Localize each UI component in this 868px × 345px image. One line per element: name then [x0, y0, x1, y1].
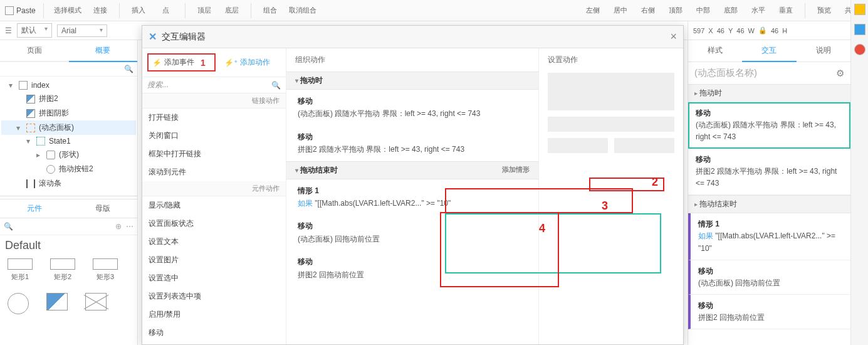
panel-icon — [26, 124, 35, 132]
shape-image[interactable] — [46, 293, 68, 314]
act-open-link[interactable]: 打开链接 — [142, 109, 286, 127]
search-input[interactable] — [4, 65, 124, 73]
lock-icon[interactable]: 🔒 — [758, 26, 767, 34]
r-sect-drag[interactable]: 拖动时 — [688, 84, 850, 102]
add-case-button[interactable]: 添加情形 — [502, 165, 530, 174]
mid-sect-dragend[interactable]: 拖动结束时 添加情形 — [286, 161, 538, 179]
tb-align-left[interactable]: 左侧 — [582, 4, 604, 16]
tb-point[interactable]: 点 — [155, 4, 177, 16]
tab-outline[interactable]: 概要 — [69, 40, 138, 62]
app-logo-icon: ✕ — [149, 31, 157, 43]
mid-action-2[interactable]: 移动 拼图2 跟随水平拖动 界限：left >= 43, right <= 74… — [286, 125, 538, 161]
r-action-2[interactable]: 移动 拼图2 跟随水平拖动 界限：left >= 43, right <= 74… — [688, 149, 850, 196]
mid-sect-drag[interactable]: 拖动时 — [286, 72, 538, 90]
tb-top[interactable]: 顶层 — [193, 4, 216, 16]
act-set-text[interactable]: 设置文本 — [142, 233, 286, 251]
tab-interaction[interactable]: 交互 — [742, 40, 796, 62]
shape-rect1[interactable]: 矩形1 — [8, 258, 33, 282]
tb-align-top[interactable]: 顶部 — [664, 4, 687, 16]
act-set-list[interactable]: 设置列表选中项 — [142, 287, 286, 305]
settings-icon[interactable]: ⚙ — [836, 68, 844, 79]
style-select[interactable]: 默认 — [17, 23, 52, 38]
tb-align-middle[interactable]: 中部 — [692, 4, 714, 16]
tab-page[interactable]: 页面 — [0, 40, 69, 61]
config-placeholder — [548, 117, 674, 132]
tb-dist-v[interactable]: 垂直 — [775, 4, 797, 16]
tb-group[interactable]: 组合 — [259, 4, 281, 16]
dialog-left: ⚡ 添加事件 1 ⚡⁺ 添加动作 搜索... 🔍 链接动作 打开链接 关闭窗口 … — [142, 48, 286, 344]
tb-preview[interactable]: 预览 — [813, 4, 835, 16]
act-open-in-frame[interactable]: 框架中打开链接 — [142, 145, 286, 163]
tb-insert[interactable]: 插入 — [127, 4, 150, 16]
dock-icon-3[interactable] — [854, 44, 865, 55]
r-action-4[interactable]: 移动 拼图2 回拖动前位置 — [688, 295, 850, 329]
tb-dist-h[interactable]: 水平 — [747, 4, 770, 16]
tab-widgets[interactable]: 元件 — [0, 199, 69, 218]
act-set-selected[interactable]: 设置选中 — [142, 269, 286, 287]
tree-panel[interactable]: ▾(动态面板) — [1, 120, 136, 135]
act-move[interactable]: 移动 — [142, 324, 286, 342]
mid-action-1[interactable]: 移动 (动态面板) 跟随水平拖动 界限：left >= 43, right <=… — [286, 90, 538, 125]
tree-index[interactable]: ▾index — [1, 79, 136, 92]
tab-style[interactable]: 样式 — [688, 40, 742, 61]
state-icon — [36, 137, 45, 146]
right-heading: 设置动作 — [548, 55, 674, 73]
tb-select-mode[interactable]: 选择模式 — [51, 4, 84, 16]
lightning-plus-icon: ⚡⁺ — [224, 58, 238, 67]
config-placeholder — [548, 138, 608, 153]
act-panel-state[interactable]: 设置面板状态 — [142, 215, 286, 233]
tb-align-bot[interactable]: 底部 — [719, 4, 742, 16]
coord-x[interactable]: 597 — [693, 27, 704, 34]
group-widget: 元件动作 — [142, 181, 286, 196]
dock-icon-2[interactable] — [854, 24, 865, 35]
coord-h[interactable]: 46 — [771, 27, 778, 34]
act-show-hide[interactable]: 显示/隐藏 — [142, 196, 286, 215]
mid-action-3[interactable]: 移动 (动态面板) 回拖动前位置 — [286, 215, 538, 250]
act-set-image[interactable]: 设置图片 — [142, 251, 286, 269]
top-toolbar: Paste 选择模式 连接 插入 点 顶层 底层 组合 取消组合 左侧 居中 右… — [0, 0, 868, 21]
tab-notes[interactable]: 说明 — [797, 40, 850, 61]
font-select[interactable]: Arial — [57, 24, 107, 37]
mid-case-1[interactable]: 情形 1 如果 "[[Math.abs(LVAR1.left-LVAR2..."… — [286, 179, 538, 215]
dialog-titlebar[interactable]: ✕ 交互编辑器 × — [142, 26, 683, 48]
tb-connect[interactable]: 连接 — [89, 4, 112, 16]
lib-tools: 🔍 ⊕ ⋯ — [0, 218, 137, 235]
dock-icon-1[interactable] — [854, 4, 865, 15]
paste-button[interactable]: Paste — [5, 6, 36, 15]
annotation-1: 1 — [201, 58, 206, 68]
act-enable[interactable]: 启用/禁用 — [142, 305, 286, 324]
r-sect-dragend[interactable]: 拖动结束时 — [688, 195, 850, 213]
add-event-button[interactable]: ⚡ 添加事件 1 — [147, 53, 216, 72]
outline-tree: ▾index 拼图2 拼图阴影 ▾(动态面板) ▾State1 ▸(形状) 拖动… — [0, 77, 137, 193]
widget-name[interactable]: (动态面板名称)⚙ — [688, 62, 850, 84]
shape-placeholder[interactable] — [85, 293, 107, 314]
lightning-icon: ⚡ — [152, 58, 162, 67]
mid-action-4[interactable]: 移动 拼图2 回拖动前位置 — [286, 250, 538, 286]
action-search[interactable]: 搜索... 🔍 — [142, 77, 286, 93]
tb-bottom[interactable]: 底层 — [221, 4, 243, 16]
outline-search[interactable]: 🔍 — [0, 62, 137, 77]
r-case-1[interactable]: 情形 1 如果 "[[Math.abs(LVAR1.left-LVAR2..."… — [688, 213, 850, 260]
lib-search-icon[interactable]: 🔍 — [4, 222, 13, 231]
shape-rect2[interactable]: 矩形2 — [50, 258, 75, 282]
shape-icon — [46, 151, 55, 159]
act-rotate[interactable]: 旋转 — [142, 342, 286, 344]
search-icon: 🔍 — [124, 65, 133, 73]
act-close-window[interactable]: 关闭窗口 — [142, 127, 286, 145]
tb-align-right[interactable]: 右侧 — [637, 4, 659, 16]
tab-masters[interactable]: 母版 — [69, 199, 138, 218]
close-button[interactable]: × — [670, 30, 677, 43]
tb-ungroup[interactable]: 取消组合 — [286, 4, 319, 16]
coord-y[interactable]: 46 — [717, 27, 724, 34]
coord-w[interactable]: 46 — [736, 27, 744, 34]
lib-menu-icon[interactable]: ⋯ — [126, 222, 133, 231]
r-action-3[interactable]: 移动 (动态面板) 回拖动前位置 — [688, 260, 850, 295]
r-action-1[interactable]: 移动 (动态面板) 跟随水平拖动 界限：left >= 43, right <=… — [688, 102, 850, 149]
shape-rect3[interactable]: 矩形3 — [93, 258, 118, 282]
act-scroll-to[interactable]: 滚动到元件 — [142, 163, 286, 181]
shape-ellipse[interactable] — [8, 293, 29, 314]
add-action-button[interactable]: ⚡⁺ 添加动作 — [221, 53, 274, 72]
tb-align-center[interactable]: 居中 — [609, 4, 632, 16]
config-placeholder — [548, 73, 674, 110]
lib-add-icon[interactable]: ⊕ — [115, 222, 122, 231]
